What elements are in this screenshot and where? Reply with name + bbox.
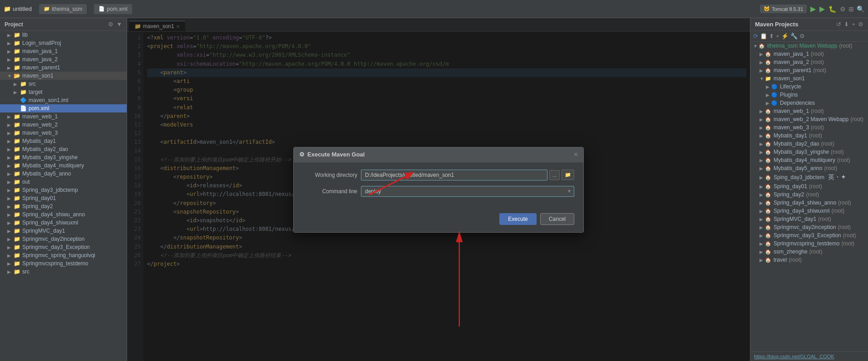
maven-item-mybatis-day4[interactable]: ▶ 🏠 Mybatis_day4_mutilquery (root) <box>750 156 868 164</box>
refresh-icon[interactable]: ↺ <box>836 21 841 28</box>
run-button[interactable]: ▶ <box>810 5 816 13</box>
sidebar-item-mybatis-day3[interactable]: ▶ 📁 Mybatis_day3_yingshe <box>0 153 127 161</box>
sidebar-item-maven-web1[interactable]: ▶ 📁 maven_web_1 <box>0 112 127 121</box>
sidebar-item-spring-shiwuxml[interactable]: ▶ 📁 Spring_day4_shiwuxml <box>0 219 127 227</box>
maven-item-spring-shiwu-anno[interactable]: ▶ 🏠 Spring_day4_shiwu_anno (root) <box>750 199 868 207</box>
sidebar-item-mybatis-day4[interactable]: ▶ 📁 Mybatis_day4_mutilquery <box>0 161 127 170</box>
sidebar-item-lib[interactable]: ▶ 📁 lib <box>0 31 127 39</box>
maven-item-plugins[interactable]: ▶ 🔵 Plugins <box>750 91 868 99</box>
maven-item-travel[interactable]: ▶ 🏠 travel (root) <box>750 256 868 264</box>
maven-tool-2[interactable]: 📋 <box>760 33 767 39</box>
maven-item-label: maven_web_1 <box>774 108 809 114</box>
expand-arrow: ▶ <box>760 217 765 222</box>
sidebar-item-springmvc-day3[interactable]: ▶ 📁 Springmvc_day3_Exception <box>0 243 127 251</box>
sidebar-item-springmvc-day2[interactable]: ▶ 📁 Springmvc_day2inception <box>0 235 127 243</box>
settings-icon[interactable]: ⚙ <box>858 21 863 28</box>
sidebar-item-maven-web2[interactable]: ▶ 📁 maven_web_2 <box>0 121 127 129</box>
gear-icon[interactable]: ⚙ <box>108 21 113 28</box>
sidebar-item-out[interactable]: ▶ 📁 out <box>0 178 127 186</box>
maven-root-icon: 🏠 <box>765 249 772 255</box>
maven-tool-6[interactable]: 🔧 <box>790 33 798 39</box>
maven-item-spring-shiwuxml[interactable]: ▶ 🏠 Spring_day4_shiwuxml (root) <box>750 207 868 215</box>
maven-root-icon: 🏠 <box>765 68 772 73</box>
maven-item-springmvcspring-testdemo[interactable]: ▶ 🏠 Springmvcspring_testdemo (root) <box>750 239 868 248</box>
layout-icon[interactable]: ⊞ <box>848 5 854 13</box>
maven-item-label: SpringMVC_day1 <box>774 216 816 222</box>
sidebar-item-mybatis-day2[interactable]: ▶ 📁 Mybatis_day2_dao <box>0 145 127 153</box>
sidebar-item-springmvc-spring-hanguo[interactable]: ▶ 📁 Springmvc_spring_hanguolvqi <box>0 251 127 259</box>
add-icon[interactable]: + <box>852 21 855 28</box>
modal-body: Working directory ... 📁 Command line ▼ <box>294 162 583 210</box>
sidebar-item-src[interactable]: ▶ 📁 src <box>0 80 127 88</box>
tab-pom[interactable]: 📄 pom.xml <box>94 4 132 14</box>
maven-item-ssm-zhenghe[interactable]: ▶ 🏠 ssm_zhenghe (root) <box>750 248 868 256</box>
working-directory-input[interactable] <box>361 170 547 180</box>
maven-tool-5[interactable]: ⚡ <box>781 33 789 39</box>
sidebar-item-target[interactable]: ▶ 📁 target <box>0 88 127 96</box>
maven-item-springmvc-day2[interactable]: ▶ 🏠 Springmvc_day2inception (root) <box>750 223 868 231</box>
sidebar-item-maven-web3[interactable]: ▶ 📁 maven_web_3 <box>0 129 127 137</box>
maven-item-spring-day01[interactable]: ▶ 🏠 Spring_day01 (root) <box>750 182 868 190</box>
sidebar-item-maven-java1[interactable]: ▶ 📁 maven_java_1 <box>0 47 127 55</box>
run-green-icon[interactable]: ▶ <box>819 5 825 13</box>
maven-item-dependencies[interactable]: ▶ 🔵 Dependencies <box>750 99 868 107</box>
folder-icon: 📁 <box>14 138 21 144</box>
maven-tool-7[interactable]: ⚙ <box>799 33 805 39</box>
maven-item-maven-java2[interactable]: ▶ 🏠 maven_java_2 (root) <box>750 58 868 66</box>
sidebar-item-maven-parent1[interactable]: ▶ 📁 maven_parent1 <box>0 63 127 72</box>
maven-item-lifecycle[interactable]: ▶ 🔵 Lifecycle <box>750 83 868 91</box>
maven-item-mybatis-day3[interactable]: ▶ 🏠 Mybatis_day3_yingshe (root) <box>750 148 868 156</box>
maven-item-maven-web1[interactable]: ▶ 🏠 maven_web_1 (root) <box>750 107 868 115</box>
maven-item-spring-day2[interactable]: ▶ 🏠 Spring_day2 (root) <box>750 190 868 199</box>
cancel-button[interactable]: Cancel <box>540 213 574 225</box>
maven-item-springmvc-day1[interactable]: ▶ 🏠 SpringMVC_day1 (root) <box>750 215 868 223</box>
maven-tool-3[interactable]: ⬆ <box>769 33 774 39</box>
maven-item-label: Mybatis_day3_yingshe <box>774 149 829 155</box>
execute-button[interactable]: Execute <box>499 213 536 225</box>
tab-itheima[interactable]: 📁 itheima_ssm <box>39 4 87 14</box>
maven-item-itheima[interactable]: ▼ 🏠 itheima_ssm Maven Webapp (root) <box>750 42 868 50</box>
maven-item-mybatis-day1[interactable]: ▶ 🏠 Mybatis_day1 (root) <box>750 132 868 140</box>
maven-tool-1[interactable]: ⟳ <box>753 33 758 39</box>
browse-button[interactable]: ... <box>549 170 560 180</box>
maven-item-maven-son1[interactable]: ▼ 📁 maven_son1 <box>750 74 868 83</box>
collapse-icon[interactable]: ▼ <box>116 21 122 28</box>
sidebar-item-mybatis-day1[interactable]: ▶ 📁 Mybatis_day1 <box>0 137 127 145</box>
sidebar-item-springmvc-day1[interactable]: ▶ 📁 SpringMVC_day1 <box>0 227 127 235</box>
sidebar-item-springmvcspring-testdemo[interactable]: ▶ 📁 Springmvcspring_testdemo <box>0 259 127 268</box>
maven-item-springmvc-day3[interactable]: ▶ 🏠 Springmvc_day3_Exception (root) <box>750 231 868 239</box>
sidebar-item-spring-shiwu[interactable]: ▶ 📁 Spring_day4_shiwu_anno <box>0 210 127 219</box>
maven-item-mybatis-day2[interactable]: ▶ 🏠 Mybatis_day2_dao (root) <box>750 140 868 148</box>
command-line-input[interactable] <box>361 186 574 197</box>
search-icon[interactable]: 🔍 <box>857 5 864 13</box>
sidebar-item-spring-day2[interactable]: ▶ 📁 Spring_day2 <box>0 202 127 210</box>
expand-arrow: ▶ <box>766 84 771 89</box>
maven-projects-title: Maven Projects <box>755 21 798 28</box>
maven-item-suffix: (root) <box>838 224 851 230</box>
modal-close-button[interactable]: × <box>574 151 578 158</box>
sidebar-item-mybatis-day5[interactable]: ▶ 📁 Mybatis_day5_anno <box>0 170 127 178</box>
folder-button[interactable]: 📁 <box>562 170 574 180</box>
maven-item-maven-web3[interactable]: ▶ 🏠 maven_web_3 (root) <box>750 123 868 132</box>
folder-icon: 📁 <box>14 195 21 201</box>
maven-item-mybatis-day5[interactable]: ▶ 🏠 Mybatis_day5_anno (root) <box>750 164 868 172</box>
sidebar-item-spring-day01[interactable]: ▶ 📁 Spring_day01 <box>0 194 127 202</box>
sidebar-item-pom[interactable]: 📄 pom.xml <box>0 104 127 112</box>
maven-item-maven-web2[interactable]: ▶ 🏠 maven_web_2 Maven Webapp (root) <box>750 115 868 123</box>
config-icon[interactable]: ⚙ <box>840 5 846 13</box>
sidebar-item-spring-day3[interactable]: ▶ 📁 Spring_day3_jdbctemp <box>0 186 127 194</box>
maven-footer-link[interactable]: https://blog.csdn.net/GLOAL_COOK <box>750 351 868 361</box>
maven-item-maven-parent1[interactable]: ▶ 🏠 maven_parent1 (root) <box>750 66 868 74</box>
maven-item-maven-java1[interactable]: ▶ 🏠 maven_java_1 (root) <box>750 50 868 58</box>
sidebar-item-src-leaf[interactable]: ▶ 📁 src <box>0 268 127 276</box>
expand-arrow: ▶ <box>760 241 765 246</box>
sidebar-item-maven-java2[interactable]: ▶ 📁 maven_java_2 <box>0 55 127 63</box>
sidebar-item-login[interactable]: ▶ 📁 Login_smallProj <box>0 39 127 47</box>
debug-icon[interactable]: 🐛 <box>829 5 836 13</box>
download-icon[interactable]: ⬇ <box>844 21 849 28</box>
maven-tool-4[interactable]: + <box>776 33 779 39</box>
maven-item-spring-day3[interactable]: ▶ 🏠 Sping_day3_jdbctem 英・✦ <box>750 172 868 182</box>
sidebar-item-iml[interactable]: 🔷 maven_son1.iml <box>0 96 127 104</box>
maven-root-icon: 🏠 <box>765 125 772 131</box>
sidebar-item-maven-son1[interactable]: ▼ 📂 maven_son1 <box>0 72 127 80</box>
